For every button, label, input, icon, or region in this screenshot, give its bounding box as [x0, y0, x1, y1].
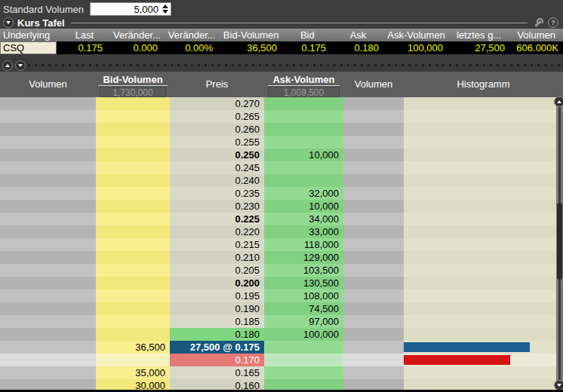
- price-cell[interactable]: 0.215: [170, 238, 264, 251]
- ask-volumen-header[interactable]: Ask-Volumen: [268, 74, 339, 86]
- splitter-grip[interactable]: [28, 59, 563, 72]
- quote-column-header[interactable]: Underlying: [0, 29, 60, 41]
- bid-volumen-cell[interactable]: [96, 328, 170, 341]
- quote-column-header[interactable]: Ask-Volumen: [384, 29, 448, 41]
- quote-column-header[interactable]: Veränder...: [165, 29, 220, 41]
- bid-volumen-cell[interactable]: [96, 97, 170, 110]
- histogram-cell[interactable]: [404, 200, 563, 213]
- ask-volumen-cell[interactable]: [264, 161, 343, 174]
- quote-table-row[interactable]: CSQ0.1750.0000.00%36,5000.1750.180100,00…: [0, 41, 563, 54]
- quote-column-header[interactable]: Bid: [283, 29, 332, 41]
- histogram-cell[interactable]: [404, 341, 563, 354]
- histogram-cell[interactable]: [404, 123, 563, 136]
- bid-volumen-cell[interactable]: [96, 187, 170, 200]
- price-cell[interactable]: 0.230: [170, 200, 264, 213]
- price-cell[interactable]: 0.225: [170, 213, 264, 225]
- histogram-cell[interactable]: [404, 97, 563, 110]
- histogram-cell[interactable]: [404, 110, 563, 123]
- bid-volumen-cell[interactable]: [96, 302, 170, 315]
- ask-volumen-cell[interactable]: 103,500: [264, 264, 343, 277]
- bid-volumen-cell[interactable]: [96, 264, 170, 277]
- ask-volumen-cell[interactable]: 32,000: [264, 187, 343, 200]
- price-cell[interactable]: 0.210: [170, 251, 264, 264]
- volume-spinner[interactable]: [161, 4, 171, 14]
- ask-volumen-cell[interactable]: 34,000: [264, 213, 343, 225]
- bid-volumen-cell[interactable]: [96, 174, 170, 187]
- price-cell[interactable]: 0.165: [170, 366, 264, 379]
- ask-volumen-cell[interactable]: [264, 136, 343, 149]
- bid-volumen-cell[interactable]: [96, 225, 170, 238]
- bid-volumen-cell[interactable]: [96, 200, 170, 213]
- histogram-cell[interactable]: [404, 277, 563, 289]
- scrollbar-up-button[interactable]: [554, 96, 563, 107]
- ask-volumen-cell[interactable]: [264, 110, 343, 123]
- histogram-cell[interactable]: [404, 251, 563, 264]
- histogram-cell[interactable]: [404, 174, 563, 187]
- settings-wrench-icon[interactable]: [534, 18, 543, 28]
- ask-volumen-cell[interactable]: 74,500: [264, 302, 343, 315]
- bid-volumen-cell[interactable]: [96, 354, 170, 366]
- splitter-bar[interactable]: [0, 59, 563, 72]
- ask-volumen-cell[interactable]: 108,000: [264, 289, 343, 302]
- bid-volumen-header[interactable]: Bid-Volumen: [98, 74, 167, 86]
- bid-volumen-cell[interactable]: [96, 123, 170, 136]
- histogram-cell[interactable]: [404, 238, 563, 251]
- bid-volumen-cell[interactable]: 36,500: [96, 341, 170, 354]
- histogram-cell[interactable]: [404, 213, 563, 225]
- ask-volumen-cell[interactable]: [264, 123, 343, 136]
- quote-column-header[interactable]: Bid-Volumen: [219, 29, 283, 41]
- bid-volumen-cell[interactable]: [96, 277, 170, 289]
- ask-volumen-cell[interactable]: 100,000: [264, 328, 343, 341]
- quote-column-header[interactable]: Volumen: [509, 29, 563, 41]
- spinner-down-icon[interactable]: [162, 10, 168, 14]
- price-cell[interactable]: 0.195: [170, 289, 264, 302]
- ask-volumen-cell[interactable]: 130,500: [264, 277, 343, 289]
- ladder-col-volumen-left[interactable]: Volumen: [0, 72, 96, 97]
- histogram-cell[interactable]: [404, 328, 563, 341]
- price-cell[interactable]: 0.250: [170, 149, 264, 161]
- underlying-cell[interactable]: CSQ: [0, 41, 57, 54]
- price-cell[interactable]: 0.255: [170, 136, 264, 149]
- scroll-down-row-button[interactable]: [15, 60, 26, 71]
- histogram-cell[interactable]: [404, 136, 563, 149]
- quote-column-header[interactable]: letztes g...: [448, 29, 510, 41]
- bid-volumen-cell[interactable]: [96, 110, 170, 123]
- ask-volumen-cell[interactable]: 129,000: [264, 251, 343, 264]
- histogram-cell[interactable]: [404, 264, 563, 277]
- ladder-col-bid-volumen[interactable]: Bid-Volumen 1,730,000: [96, 72, 170, 97]
- bid-volumen-cell[interactable]: [96, 315, 170, 328]
- ask-volumen-cell[interactable]: [264, 341, 343, 354]
- ladder-col-ask-volumen[interactable]: Ask-Volumen 1,009,500: [264, 72, 343, 97]
- ask-volumen-cell[interactable]: [264, 174, 343, 187]
- histogram-cell[interactable]: [404, 302, 563, 315]
- bid-volumen-cell[interactable]: [96, 213, 170, 225]
- ask-volumen-cell[interactable]: 10,000: [264, 200, 343, 213]
- ask-volumen-cell[interactable]: 97,000: [264, 315, 343, 328]
- price-cell[interactable]: 0.270: [170, 97, 264, 110]
- scroll-up-row-button[interactable]: [2, 60, 13, 71]
- price-cell[interactable]: 0.185: [170, 315, 264, 328]
- price-cell[interactable]: 0.180: [170, 328, 264, 341]
- spinner-up-icon[interactable]: [162, 5, 168, 8]
- price-cell[interactable]: 27,500 @ 0.175: [170, 341, 264, 354]
- ask-volumen-cell[interactable]: [264, 366, 343, 379]
- scrollbar-thumb[interactable]: [557, 203, 562, 280]
- ladder-col-preis[interactable]: Preis: [170, 72, 264, 97]
- histogram-cell[interactable]: [404, 366, 563, 379]
- ladder-col-volumen-right[interactable]: Volumen: [343, 72, 404, 97]
- quote-column-header[interactable]: Veränder...: [109, 29, 165, 41]
- ask-volumen-cell[interactable]: 118,000: [264, 238, 343, 251]
- histogram-cell[interactable]: [404, 149, 563, 161]
- price-cell[interactable]: 0.265: [170, 110, 264, 123]
- histogram-cell[interactable]: [404, 315, 563, 328]
- price-cell[interactable]: 0.235: [170, 187, 264, 200]
- price-cell[interactable]: 0.170: [170, 354, 264, 366]
- bid-volumen-cell[interactable]: [96, 136, 170, 149]
- bid-volumen-cell[interactable]: [96, 161, 170, 174]
- histogram-cell[interactable]: [404, 354, 563, 366]
- price-cell[interactable]: 0.200: [170, 277, 264, 289]
- price-cell[interactable]: 0.205: [170, 264, 264, 277]
- standard-volume-value[interactable]: 5,000: [91, 4, 161, 15]
- price-cell[interactable]: 0.245: [170, 161, 264, 174]
- price-cell[interactable]: 0.240: [170, 174, 264, 187]
